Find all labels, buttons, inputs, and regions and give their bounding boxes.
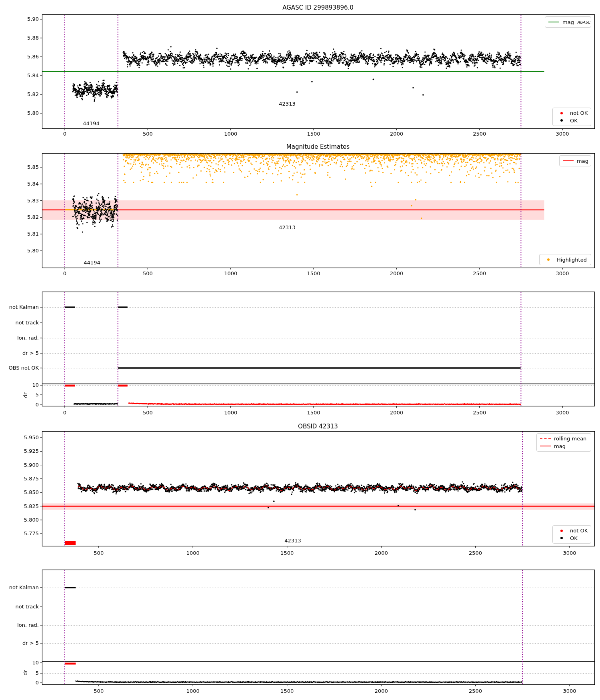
flag-category-label: OBS not OK [0,364,39,372]
y-tick-label: 5.925 [0,448,39,455]
dr-tick-label: 5 [0,391,39,398]
obsid-annotation: 42313 [279,224,295,230]
x-tick-label: 1500 [280,688,294,694]
legend-dot-icon [556,119,567,122]
legend-item: magAGASC [548,19,588,25]
dr-axis-label: dr [22,392,28,398]
y-tick-label: 5.950 [0,434,39,441]
x-tick-label: 3000 [556,410,569,416]
legend-box: magAGASC [545,16,591,28]
dr-tick-label: 10 [0,382,39,389]
legend-item: Highlighted [543,257,588,263]
flag-category-label: not track [0,603,39,610]
y-tick-label: 5.85 [0,164,39,171]
dr-tick-label: 0 [0,679,39,686]
panel-title: Magnitude Estimates [286,143,350,150]
x-tick-label: 3000 [563,688,576,694]
x-tick-label: 3000 [556,131,569,137]
legend-item-label: mag [554,443,566,449]
y-tick-label: 5.84 [0,72,39,79]
x-tick-label: 500 [143,131,153,137]
x-tick-label: 2500 [473,270,486,276]
legend-item: rolling mean [540,436,588,442]
y-tick-label: 5.850 [0,489,39,496]
legend-item-label: mag [562,19,574,25]
x-tick-label: 2500 [469,550,482,556]
x-tick-label: 2500 [473,410,486,416]
legend-item-label: Highlighted [557,257,587,263]
legend-item: not OK [556,110,588,116]
x-tick-label: 1000 [224,270,237,276]
legend-item: OK [556,535,588,541]
legend-item: mag [563,158,588,164]
y-tick-label: 5.80 [0,247,39,254]
flag-category-label: dr > 5 [0,640,39,647]
x-tick-label: 500 [94,688,104,694]
x-tick-label: 3000 [563,550,576,556]
x-tick-label: 2000 [375,688,388,694]
obsid-annotation: 42313 [279,101,295,107]
flag-category-label: dr > 5 [0,350,39,357]
legend-item-label: rolling mean [554,436,586,442]
x-tick-label: 2500 [473,131,486,137]
legend-line-icon [548,22,559,22]
legend-item-label: not OK [570,110,588,116]
flag-category-label: not Kalman [0,584,39,591]
legend-box: Highlighted [539,254,591,265]
y-tick-label: 5.875 [0,475,39,482]
y-tick-label: 5.86 [0,53,39,60]
x-tick-label: 1000 [224,131,237,137]
obsid-annotation: 44194 [83,120,99,126]
legend-dot-icon [556,112,567,114]
x-tick-label: 3000 [556,270,569,276]
y-tick-label: 5.83 [0,197,39,204]
flag-category-label: Ion. rad. [0,334,39,342]
y-tick-label: 5.825 [0,503,39,510]
y-tick-label: 5.82 [0,91,39,98]
x-tick-label: 1000 [186,688,200,694]
x-tick-label: 500 [143,270,153,276]
obsid-annotation: 44194 [84,260,100,266]
panel-title: OBSID 42313 [298,423,338,430]
dr-tick-label: 10 [0,659,39,666]
legend-item: not OK [556,528,588,534]
legend-line-icon [540,446,551,446]
x-tick-label: 2000 [390,270,403,276]
legend-box: not OKOK [552,108,591,126]
legend-dot-icon [556,537,567,539]
legend-box: not OKOK [552,525,591,544]
legend-dot-icon [556,530,567,532]
text-overlay: AGASC ID 299893896.005001000150020002500… [0,0,600,700]
legend-item: mag [540,443,588,449]
x-tick-label: 2000 [390,131,403,137]
x-tick-label: 1500 [307,131,320,137]
x-tick-label: 1000 [224,410,237,416]
x-tick-label: 500 [143,410,153,416]
x-tick-label: 0 [63,270,66,276]
flag-category-label: not Kalman [0,304,39,311]
legend-item-sublabel: AGASC [577,20,590,24]
x-tick-label: 1500 [280,550,294,556]
y-tick-label: 5.81 [0,230,39,238]
y-tick-label: 5.82 [0,214,39,221]
dr-tick-label: 0 [0,401,39,408]
x-tick-label: 2000 [390,410,403,416]
legend-item-label: mag [577,158,588,164]
matplotlib-figure: AGASC ID 299893896.005001000150020002500… [0,0,600,700]
x-tick-label: 0 [63,410,66,416]
y-tick-label: 5.775 [0,530,39,537]
y-tick-label: 5.80 [0,110,39,117]
y-tick-label: 5.800 [0,516,39,524]
legend-box: mag [559,155,591,166]
y-tick-label: 5.900 [0,462,39,469]
x-tick-label: 2000 [375,550,388,556]
y-tick-label: 5.88 [0,34,39,42]
x-tick-label: 0 [63,131,66,137]
dr-axis-label: dr [22,670,28,676]
legend-item-label: OK [570,118,578,124]
flag-category-label: Ion. rad. [0,622,39,629]
flag-category-label: not track [0,319,39,326]
legend-dashed-icon [540,438,551,439]
x-tick-label: 1500 [307,410,320,416]
legend-item: OK [556,118,588,124]
